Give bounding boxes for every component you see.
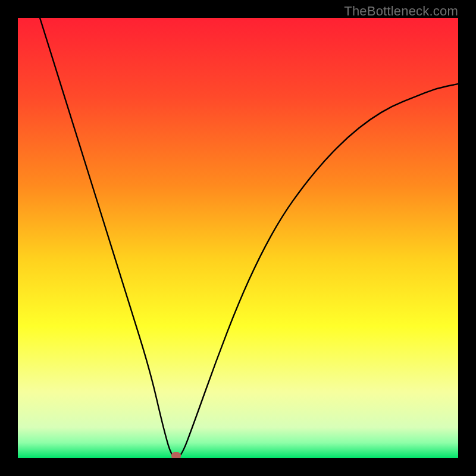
chart-svg xyxy=(18,18,458,458)
watermark-label: TheBottleneck.com xyxy=(344,4,458,19)
chart-frame: TheBottleneck.com xyxy=(0,0,476,476)
gradient-background xyxy=(18,18,458,458)
current-point-marker xyxy=(171,452,181,458)
plot-area xyxy=(18,18,458,458)
